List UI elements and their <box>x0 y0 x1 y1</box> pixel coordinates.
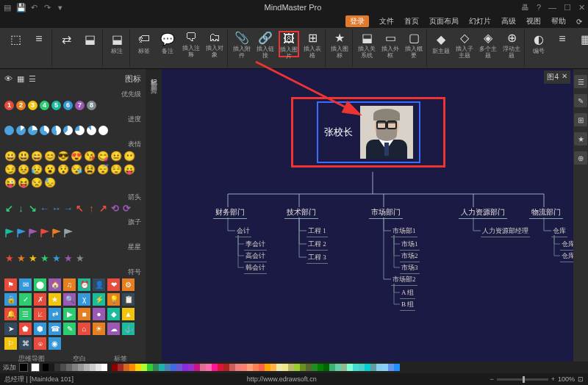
arrow-3[interactable]: ← <box>40 204 49 213</box>
close-tab-icon[interactable]: ✕ <box>562 72 567 82</box>
swatch[interactable] <box>176 364 182 371</box>
swatch[interactable] <box>323 364 329 371</box>
swatch[interactable] <box>388 364 394 371</box>
progress-8[interactable] <box>98 126 108 135</box>
leaf-node[interactable]: 仓库1 <box>560 240 573 251</box>
ribbon-插入子主题[interactable]: ◇插入子主题 <box>454 31 475 57</box>
symbol-12[interactable]: ★ <box>49 293 61 306</box>
eye-icon[interactable]: 👁 <box>4 74 12 83</box>
leaf-node[interactable]: A 组 <box>400 288 415 299</box>
emoji-4[interactable]: 😎 <box>57 151 68 162</box>
swatch[interactable] <box>341 364 347 371</box>
symbol-33[interactable]: ☀ <box>93 323 105 335</box>
menu-slides[interactable]: 幻灯片 <box>469 16 491 26</box>
emoji-14[interactable]: 😯 <box>57 164 68 175</box>
swatch[interactable] <box>129 364 135 371</box>
ribbon-⬚[interactable]: ⬚ <box>5 31 26 57</box>
swatch[interactable] <box>223 364 229 371</box>
menu-layout[interactable]: 页面布局 <box>429 16 459 26</box>
canvas-tab[interactable]: 图4 <box>547 72 559 82</box>
swatch[interactable] <box>218 364 223 371</box>
symbol-35[interactable]: ⚓ <box>122 323 135 335</box>
menu-file[interactable]: 文件 <box>379 16 394 26</box>
ribbon-▦[interactable]: ▦ <box>576 31 588 57</box>
swatch[interactable] <box>253 364 259 371</box>
symbol-3[interactable]: 🏠 <box>49 278 61 291</box>
ribbon-≡[interactable]: ≡ <box>552 31 573 57</box>
symbol-29[interactable]: ⬢ <box>34 323 46 335</box>
symbol-6[interactable]: 👤 <box>93 278 105 291</box>
swatch[interactable] <box>259 364 265 371</box>
swatch[interactable] <box>212 364 218 371</box>
symbol-31[interactable]: ✎ <box>63 323 76 335</box>
settings-icon[interactable]: 🖶 <box>521 3 529 12</box>
leaf-node[interactable]: 市场2 <box>400 251 420 262</box>
zoom-control[interactable]: − + 100% ⊡ <box>490 375 584 383</box>
emoji-13[interactable]: 😮 <box>44 164 55 175</box>
child-node[interactable]: 市场部2 <box>391 275 417 286</box>
symbol-36[interactable]: ⚐ <box>4 337 17 350</box>
swatch[interactable] <box>276 364 282 371</box>
swatch[interactable] <box>318 364 323 371</box>
symbol-8[interactable]: ⚙ <box>122 278 135 291</box>
child-node[interactable]: 市场部1 <box>391 226 417 237</box>
menu-help[interactable]: 帮助 <box>551 16 566 26</box>
emoji-16[interactable]: 😫 <box>84 164 95 175</box>
minimize-icon[interactable]: — <box>548 3 556 12</box>
symbol-23[interactable]: ■ <box>78 308 90 320</box>
ribbon-标注[interactable]: ⬓标注 <box>107 31 127 57</box>
progress-1[interactable] <box>16 126 26 135</box>
ribbon-新主题[interactable]: ◆新主题 <box>431 31 451 57</box>
emoji-3[interactable]: 😊 <box>44 151 55 162</box>
symbol-39[interactable]: ◉ <box>49 337 61 350</box>
swatch[interactable] <box>84 364 90 371</box>
ribbon-插入对象[interactable]: 🗂插入对象 <box>204 31 225 57</box>
app-menu-icon[interactable]: ▤ <box>3 3 12 12</box>
child-node[interactable]: 工程 1 <box>306 226 328 237</box>
symbol-15[interactable]: ⚡ <box>93 293 105 306</box>
symbol-28[interactable]: ⬟ <box>19 323 32 335</box>
leaf-node[interactable]: 市场1 <box>400 240 420 251</box>
login-button[interactable]: 登录 <box>345 15 369 27</box>
child-node[interactable]: 会计 <box>235 226 251 237</box>
ribbon-⇄[interactable]: ⇄ <box>56 31 76 57</box>
swatch[interactable] <box>365 364 370 371</box>
swatch[interactable] <box>270 364 276 371</box>
ribbon-插入附件[interactable]: 📎插入附件 <box>232 31 252 57</box>
swatch[interactable] <box>118 364 123 371</box>
symbol-24[interactable]: ● <box>93 308 105 320</box>
symbol-10[interactable]: ✓ <box>19 293 32 306</box>
swatch[interactable] <box>288 364 294 371</box>
flag-3[interactable] <box>40 229 49 238</box>
ribbon-插入注释[interactable]: 🗨插入注释 <box>181 31 201 57</box>
swatch[interactable] <box>66 364 72 371</box>
swatch[interactable] <box>200 364 206 371</box>
arrow-10[interactable]: ⟳ <box>122 204 132 213</box>
progress-7[interactable] <box>87 126 96 135</box>
color-fg[interactable] <box>19 363 28 372</box>
swatch[interactable] <box>96 364 101 371</box>
emoji-18[interactable]: 😌 <box>110 164 121 175</box>
ribbon-备注[interactable]: 💬备注 <box>157 31 178 57</box>
list-icon[interactable]: ☰ <box>29 74 36 84</box>
symbol-37[interactable]: ⌘ <box>19 337 32 350</box>
swatch[interactable] <box>43 364 49 371</box>
leaf-node[interactable]: 市场3 <box>400 263 420 274</box>
emoji-17[interactable]: 😴 <box>97 164 108 175</box>
symbol-1[interactable]: ✉ <box>19 278 32 291</box>
emoji-8[interactable]: 😐 <box>110 151 121 162</box>
swatch[interactable] <box>165 364 171 371</box>
symbol-4[interactable]: ♫ <box>63 278 76 291</box>
emoji-6[interactable]: 😘 <box>84 151 95 162</box>
ribbon-插入图标[interactable]: ★插入图标 <box>329 31 350 57</box>
ribbon-插入链接[interactable]: 🔗插入链接 <box>255 31 276 57</box>
root-node[interactable]: 张校长 <box>291 97 445 168</box>
symbol-19[interactable]: ☰ <box>19 308 32 320</box>
arrow-2[interactable]: ↘ <box>28 204 37 213</box>
swatch[interactable] <box>282 364 288 371</box>
priority-7[interactable]: 7 <box>75 101 85 110</box>
tab-tag[interactable]: 标签 <box>114 354 127 361</box>
symbol-7[interactable]: ❤ <box>107 278 120 291</box>
dropdown-icon[interactable]: ▾ <box>56 3 65 12</box>
child-node[interactable]: 工程 3 <box>306 253 328 264</box>
